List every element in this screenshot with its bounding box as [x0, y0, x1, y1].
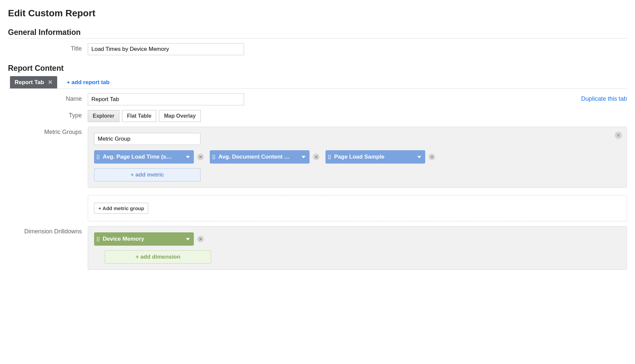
- metric-group-name-input[interactable]: [94, 133, 200, 145]
- report-tab-strip: Report Tab ✕ + add report tab: [8, 76, 627, 89]
- remove-metric-icon[interactable]: ✕: [197, 154, 204, 160]
- type-label: Type: [8, 110, 88, 119]
- add-dimension-button[interactable]: + add dimension: [105, 250, 211, 264]
- metric-pill-page-load-sample[interactable]: Page Load Sample: [325, 150, 425, 164]
- report-content-heading: Report Content: [8, 64, 627, 74]
- dimension-pill-label: Device Memory: [103, 236, 183, 242]
- remove-metric-icon[interactable]: ✕: [429, 154, 435, 160]
- remove-metric-group-icon[interactable]: ✕: [615, 132, 622, 139]
- tab-name-input[interactable]: [88, 93, 244, 105]
- dimension-panel: Device Memory ✕ + add dimension: [88, 226, 627, 270]
- general-information-section: General Information Title: [8, 28, 627, 55]
- drag-handle-icon[interactable]: [212, 155, 215, 159]
- chevron-down-icon: [186, 238, 190, 240]
- general-information-heading: General Information: [8, 28, 627, 39]
- metric-pill-row: Avg. Page Load Time (s… ✕ Avg. Document …: [94, 150, 621, 182]
- metric-group-panel: ✕ Avg. Page Load Time (s… ✕: [88, 127, 627, 188]
- close-icon[interactable]: ✕: [48, 79, 53, 86]
- add-metric-group-area: + Add metric group: [88, 195, 627, 221]
- type-explorer-button[interactable]: Explorer: [88, 110, 119, 122]
- chevron-down-icon: [417, 156, 421, 158]
- metric-pill-label: Avg. Document Content …: [218, 154, 298, 160]
- metric-pill-avg-page-load-time[interactable]: Avg. Page Load Time (s…: [94, 150, 194, 164]
- chevron-down-icon: [186, 156, 190, 158]
- duplicate-tab-link[interactable]: Duplicate this tab: [581, 95, 627, 102]
- drag-handle-icon[interactable]: [97, 237, 99, 241]
- metric-pill-label: Page Load Sample: [334, 154, 414, 160]
- drag-handle-icon[interactable]: [328, 155, 331, 159]
- name-label: Name: [8, 93, 88, 102]
- metric-pill-avg-document-content[interactable]: Avg. Document Content …: [210, 150, 310, 164]
- report-title-input[interactable]: [88, 43, 244, 55]
- dimension-drilldowns-label: Dimension Drilldowns: [8, 226, 88, 235]
- chevron-down-icon: [302, 156, 306, 158]
- dimension-pill-device-memory[interactable]: Device Memory: [94, 232, 194, 246]
- type-button-group: Explorer Flat Table Map Overlay: [88, 110, 201, 122]
- report-tab-label: Report Tab: [15, 79, 44, 86]
- remove-dimension-icon[interactable]: ✕: [197, 236, 204, 242]
- drag-handle-icon[interactable]: [97, 155, 99, 159]
- metric-pill-label: Avg. Page Load Time (s…: [103, 154, 183, 160]
- add-metric-button[interactable]: + add metric: [94, 168, 200, 182]
- page-title: Edit Custom Report: [8, 8, 627, 19]
- remove-metric-icon[interactable]: ✕: [313, 154, 319, 160]
- add-report-tab-link[interactable]: + add report tab: [66, 76, 109, 88]
- add-metric-group-button[interactable]: + Add metric group: [94, 203, 148, 214]
- metric-groups-label: Metric Groups: [8, 127, 88, 136]
- title-label: Title: [8, 43, 88, 52]
- type-map-overlay-button[interactable]: Map Overlay: [159, 110, 200, 122]
- report-tab[interactable]: Report Tab ✕: [10, 76, 57, 88]
- type-flat-table-button[interactable]: Flat Table: [122, 110, 157, 122]
- report-content-section: Report Content Report Tab ✕ + add report…: [8, 64, 627, 270]
